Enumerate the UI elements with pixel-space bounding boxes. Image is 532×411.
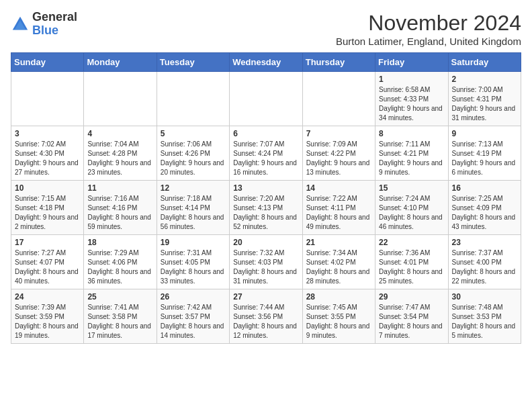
day-info: Sunrise: 7:41 AM Sunset: 3:58 PM Dayligh… [87,303,152,340]
day-info: Sunrise: 7:37 AM Sunset: 4:00 PM Dayligh… [452,248,517,286]
calendar-cell: 18Sunrise: 7:29 AM Sunset: 4:06 PM Dayli… [84,235,157,289]
day-info: Sunrise: 7:27 AM Sunset: 4:07 PM Dayligh… [15,248,80,286]
calendar-cell: 5Sunrise: 7:06 AM Sunset: 4:26 PM Daylig… [157,126,229,181]
day-number: 3 [15,129,80,138]
day-number: 14 [306,183,371,193]
day-number: 20 [233,238,298,247]
day-number: 18 [87,238,152,247]
calendar-cell [157,72,229,126]
calendar-table: SundayMondayTuesdayWednesdayThursdayFrid… [11,52,521,344]
title-block: November 2024 Burton Latimer, England, U… [336,11,521,47]
col-header-monday: Monday [84,53,157,72]
calendar-cell: 16Sunrise: 7:25 AM Sunset: 4:09 PM Dayli… [448,181,521,235]
day-number: 30 [452,292,517,302]
day-number: 21 [306,238,371,247]
calendar-cell: 3Sunrise: 7:02 AM Sunset: 4:30 PM Daylig… [11,126,84,181]
day-number: 26 [161,292,226,302]
calendar-header-row: SundayMondayTuesdayWednesdayThursdayFrid… [11,53,521,72]
calendar-cell: 15Sunrise: 7:24 AM Sunset: 4:10 PM Dayli… [375,181,448,235]
day-info: Sunrise: 7:13 AM Sunset: 4:19 PM Dayligh… [452,140,517,177]
col-header-thursday: Thursday [302,53,375,72]
day-number: 22 [379,238,444,247]
day-info: Sunrise: 7:04 AM Sunset: 4:28 PM Dayligh… [87,140,152,177]
col-header-saturday: Saturday [448,53,521,72]
day-info: Sunrise: 7:22 AM Sunset: 4:11 PM Dayligh… [306,194,371,232]
calendar-row-4: 17Sunrise: 7:27 AM Sunset: 4:07 PM Dayli… [11,235,521,289]
day-info: Sunrise: 7:34 AM Sunset: 4:02 PM Dayligh… [306,248,371,286]
logo-general-text: General [32,10,77,24]
calendar-cell: 10Sunrise: 7:15 AM Sunset: 4:18 PM Dayli… [11,181,84,235]
day-number: 15 [379,183,444,193]
day-info: Sunrise: 7:15 AM Sunset: 4:18 PM Dayligh… [15,194,80,232]
calendar-row-5: 24Sunrise: 7:39 AM Sunset: 3:59 PM Dayli… [11,289,521,344]
logo: General Blue [11,11,77,38]
day-info: Sunrise: 6:58 AM Sunset: 4:33 PM Dayligh… [379,85,444,123]
day-number: 8 [379,129,444,138]
day-number: 24 [15,292,80,302]
day-info: Sunrise: 7:20 AM Sunset: 4:13 PM Dayligh… [233,194,298,232]
day-info: Sunrise: 7:31 AM Sunset: 4:05 PM Dayligh… [161,248,226,286]
calendar-cell: 14Sunrise: 7:22 AM Sunset: 4:11 PM Dayli… [302,181,375,235]
day-info: Sunrise: 7:00 AM Sunset: 4:31 PM Dayligh… [452,85,517,123]
calendar-cell: 27Sunrise: 7:44 AM Sunset: 3:56 PM Dayli… [230,289,302,344]
col-header-friday: Friday [375,53,448,72]
calendar-cell: 2Sunrise: 7:00 AM Sunset: 4:31 PM Daylig… [448,72,521,126]
logo-blue-text: Blue [32,24,58,37]
day-info: Sunrise: 7:16 AM Sunset: 4:16 PM Dayligh… [87,194,152,232]
day-number: 9 [452,129,517,138]
calendar-cell: 1Sunrise: 6:58 AM Sunset: 4:33 PM Daylig… [375,72,448,126]
location-text: Burton Latimer, England, United Kingdom [336,36,521,47]
day-info: Sunrise: 7:32 AM Sunset: 4:03 PM Dayligh… [233,248,298,286]
day-number: 16 [452,183,517,193]
calendar-cell: 4Sunrise: 7:04 AM Sunset: 4:28 PM Daylig… [84,126,157,181]
calendar-cell [11,72,84,126]
day-number: 2 [452,75,517,84]
page-header: General Blue November 2024 Burton Latime… [11,11,521,47]
calendar-cell [84,72,157,126]
day-info: Sunrise: 7:29 AM Sunset: 4:06 PM Dayligh… [87,248,152,286]
col-header-wednesday: Wednesday [230,53,302,72]
day-info: Sunrise: 7:39 AM Sunset: 3:59 PM Dayligh… [15,303,80,340]
day-info: Sunrise: 7:36 AM Sunset: 4:01 PM Dayligh… [379,248,444,286]
col-header-sunday: Sunday [11,53,84,72]
calendar-cell [302,72,375,126]
day-info: Sunrise: 7:47 AM Sunset: 3:54 PM Dayligh… [379,303,444,340]
day-info: Sunrise: 7:48 AM Sunset: 3:53 PM Dayligh… [452,303,517,340]
day-number: 11 [87,183,152,193]
day-number: 27 [233,292,298,302]
day-info: Sunrise: 7:02 AM Sunset: 4:30 PM Dayligh… [15,140,80,177]
day-number: 1 [379,75,444,84]
calendar-cell: 21Sunrise: 7:34 AM Sunset: 4:02 PM Dayli… [302,235,375,289]
day-info: Sunrise: 7:09 AM Sunset: 4:22 PM Dayligh… [306,140,371,177]
day-number: 10 [15,183,80,193]
calendar-cell: 23Sunrise: 7:37 AM Sunset: 4:00 PM Dayli… [448,235,521,289]
calendar-cell: 12Sunrise: 7:18 AM Sunset: 4:14 PM Dayli… [157,181,229,235]
calendar-cell: 26Sunrise: 7:42 AM Sunset: 3:57 PM Dayli… [157,289,229,344]
day-info: Sunrise: 7:25 AM Sunset: 4:09 PM Dayligh… [452,194,517,232]
calendar-cell: 13Sunrise: 7:20 AM Sunset: 4:13 PM Dayli… [230,181,302,235]
day-number: 7 [306,129,371,138]
calendar-cell [230,72,302,126]
calendar-cell: 30Sunrise: 7:48 AM Sunset: 3:53 PM Dayli… [448,289,521,344]
day-number: 13 [233,183,298,193]
logo-icon [11,15,30,34]
col-header-tuesday: Tuesday [157,53,229,72]
calendar-cell: 24Sunrise: 7:39 AM Sunset: 3:59 PM Dayli… [11,289,84,344]
calendar-cell: 9Sunrise: 7:13 AM Sunset: 4:19 PM Daylig… [448,126,521,181]
day-number: 28 [306,292,371,302]
calendar-cell: 28Sunrise: 7:45 AM Sunset: 3:55 PM Dayli… [302,289,375,344]
day-number: 19 [161,238,226,247]
calendar-cell: 25Sunrise: 7:41 AM Sunset: 3:58 PM Dayli… [84,289,157,344]
day-info: Sunrise: 7:11 AM Sunset: 4:21 PM Dayligh… [379,140,444,177]
calendar-cell: 17Sunrise: 7:27 AM Sunset: 4:07 PM Dayli… [11,235,84,289]
day-number: 6 [233,129,298,138]
calendar-cell: 29Sunrise: 7:47 AM Sunset: 3:54 PM Dayli… [375,289,448,344]
day-number: 23 [452,238,517,247]
day-number: 17 [15,238,80,247]
calendar-row-3: 10Sunrise: 7:15 AM Sunset: 4:18 PM Dayli… [11,181,521,235]
calendar-cell: 20Sunrise: 7:32 AM Sunset: 4:03 PM Dayli… [230,235,302,289]
day-number: 12 [161,183,226,193]
day-number: 25 [87,292,152,302]
calendar-cell: 6Sunrise: 7:07 AM Sunset: 4:24 PM Daylig… [230,126,302,181]
day-info: Sunrise: 7:07 AM Sunset: 4:24 PM Dayligh… [233,140,298,177]
